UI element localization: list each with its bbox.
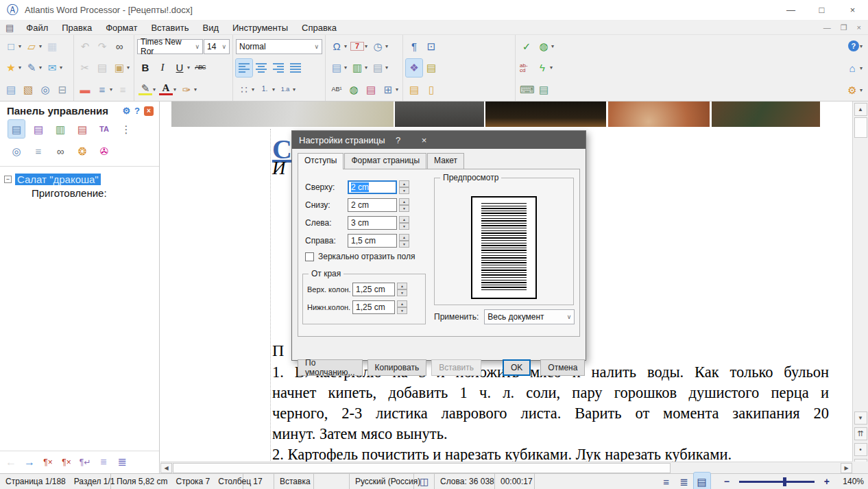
spellcheck-button[interactable]: ✓: [518, 38, 535, 56]
mdi-restore-button[interactable]: ❐: [841, 23, 847, 32]
full-screen-button[interactable]: ⊡: [423, 38, 439, 56]
header-distance-stepper[interactable]: ▲▼: [397, 283, 407, 296]
tree-item[interactable]: Приготовление:: [32, 187, 107, 199]
zoom-pane-button[interactable]: ◎: [8, 142, 25, 160]
numbered-pane-button[interactable]: ⋮: [118, 120, 134, 138]
document-properties-button[interactable]: ▧: [20, 80, 36, 98]
print-preview-button[interactable]: ◎: [37, 80, 53, 98]
top-margin-stepper[interactable]: ▲▼: [399, 180, 409, 194]
insert-bookmark-button[interactable]: ▤: [363, 80, 379, 98]
header-distance-input[interactable]: 1,25 cm: [352, 283, 395, 296]
save-as-button[interactable]: ✎▾: [23, 59, 43, 77]
font-color-button[interactable]: A▾: [158, 80, 178, 98]
paragraph-list-button[interactable]: ≡: [95, 453, 112, 471]
menu-file[interactable]: Файл: [19, 22, 55, 34]
fonts-pane-button[interactable]: TA: [96, 120, 112, 138]
autocorrect-button[interactable]: ϟ▾: [534, 59, 554, 77]
open-document-button[interactable]: ▱▾: [23, 38, 43, 56]
sidebar-help-icon[interactable]: ?: [134, 106, 140, 116]
menu-tools[interactable]: Инструменты: [226, 22, 295, 34]
format-painter-button[interactable]: ✑▾: [178, 80, 198, 98]
left-margin-stepper[interactable]: ▲▼: [399, 216, 409, 230]
maximize-button[interactable]: □: [806, 0, 837, 20]
insert-field-button[interactable]: ▤▾: [370, 59, 389, 77]
italic-button[interactable]: I: [154, 59, 171, 77]
insert-table-button[interactable]: ⊞▾: [380, 80, 400, 98]
bold-button[interactable]: B: [137, 59, 154, 77]
strikethrough-button[interactable]: ABC: [192, 59, 208, 77]
previous-page-icon[interactable]: ⇈: [854, 427, 867, 440]
view-draft-button[interactable]: ≡: [658, 473, 675, 489]
tree-item-selected[interactable]: Салат "дракоша": [15, 174, 101, 185]
tab-layout[interactable]: Макет: [427, 153, 464, 169]
spin-down-icon[interactable]: ▼: [399, 241, 409, 248]
insert-date-button[interactable]: 7▾: [349, 38, 369, 56]
copy-document-button[interactable]: ▤: [3, 80, 19, 98]
page-section-segment[interactable]: Страница 1/188 Раздел 1/1: [0, 474, 111, 489]
spin-down-icon[interactable]: ▼: [397, 307, 407, 314]
dialog-help-button[interactable]: ?: [385, 131, 411, 149]
web-home-button[interactable]: ⌂▾: [844, 59, 864, 77]
copy-settings-button[interactable]: Копировать: [367, 359, 427, 376]
scroll-right-icon[interactable]: ▶: [841, 463, 852, 473]
hyphenation-button[interactable]: ab- cd: [518, 59, 533, 77]
paragraph-pane-button[interactable]: ≡: [30, 142, 47, 160]
language-segment[interactable]: Русский (Россия): [350, 474, 414, 489]
delete-paragraph-mark-button[interactable]: ¶×: [58, 453, 75, 471]
nav-forward-button[interactable]: →: [21, 453, 38, 471]
spin-down-icon[interactable]: ▼: [397, 289, 407, 296]
insert-image-button[interactable]: ▥▾: [349, 59, 369, 77]
sidebar-gear-icon[interactable]: ⚙: [122, 106, 130, 116]
help-button[interactable]: ?▾: [847, 37, 864, 55]
close-button[interactable]: ×: [837, 0, 868, 20]
footer-distance-input[interactable]: 1,25 cm: [352, 300, 395, 314]
spin-up-icon[interactable]: ▲: [397, 283, 407, 289]
tree-collapse-icon[interactable]: −: [4, 176, 12, 183]
highlight-button[interactable]: ✎▾: [137, 80, 157, 98]
bottom-margin-input[interactable]: 2 cm: [348, 198, 397, 212]
navigation-pinwheel-button[interactable]: ❖: [406, 59, 422, 77]
spin-up-icon[interactable]: ▲: [397, 300, 407, 307]
favorites-button[interactable]: ★▾: [3, 59, 23, 77]
fields-pane-button[interactable]: ▤: [74, 120, 91, 138]
horizontal-scrollbar[interactable]: ◀ ▶: [160, 462, 852, 473]
menu-edit[interactable]: Правка: [55, 22, 99, 34]
numbered-list-button[interactable]: 1.▾: [256, 80, 276, 98]
insert-hyperlink-button[interactable]: ◍: [346, 80, 362, 98]
sidebar-close-icon[interactable]: ×: [144, 106, 154, 116]
zoom-slider[interactable]: [739, 481, 815, 483]
mdi-close-button[interactable]: ×: [857, 23, 861, 32]
spin-down-icon[interactable]: ▼: [399, 223, 409, 230]
paragraph-format-button[interactable]: ≡▾: [94, 80, 114, 98]
vertical-ruler-button[interactable]: ▯: [423, 80, 439, 98]
spin-down-icon[interactable]: ▼: [399, 205, 409, 212]
right-margin-stepper[interactable]: ▲▼: [399, 234, 409, 248]
minimize-button[interactable]: —: [775, 0, 806, 20]
underline-button[interactable]: U▾: [171, 59, 191, 77]
checkbox-icon[interactable]: [305, 252, 314, 261]
paste-button[interactable]: ▣▾: [111, 59, 131, 77]
dialog-close-button[interactable]: ×: [411, 131, 437, 149]
align-justify-button[interactable]: [287, 59, 304, 77]
highlight-view-button[interactable]: ▤: [423, 59, 439, 77]
options-gears-button[interactable]: ⚙▾: [844, 81, 864, 99]
headings-pane-button[interactable]: ▤: [30, 120, 47, 138]
search-pane-button[interactable]: ∞: [52, 142, 69, 160]
ok-button[interactable]: OK: [503, 359, 531, 376]
mdi-minimize-button[interactable]: —: [823, 23, 831, 32]
vertical-scroll-thumb[interactable]: [854, 117, 867, 138]
spin-down-icon[interactable]: ▼: [399, 187, 409, 194]
goto-paragraph-button[interactable]: ¶↵: [77, 453, 93, 471]
zoom-slider-thumb[interactable]: [783, 477, 786, 486]
scroll-left-icon[interactable]: ◀: [160, 463, 172, 473]
clips-pane-button[interactable]: ✇: [96, 142, 112, 160]
dialog-title-bar[interactable]: Настройки страницы ? ×: [292, 131, 586, 149]
multilevel-list-button[interactable]: 1.a▾: [277, 80, 297, 98]
keyboard-shortcuts-button[interactable]: ⌨: [518, 80, 535, 98]
menu-format[interactable]: Формат: [99, 22, 144, 34]
apply-to-select[interactable]: Весь документ ∨: [484, 309, 575, 324]
insert-file-button[interactable]: ▤▾: [328, 59, 348, 77]
align-left-button[interactable]: [236, 59, 252, 77]
horizontal-scroll-thumb[interactable]: [173, 463, 671, 473]
menu-help[interactable]: Справка: [295, 22, 343, 34]
